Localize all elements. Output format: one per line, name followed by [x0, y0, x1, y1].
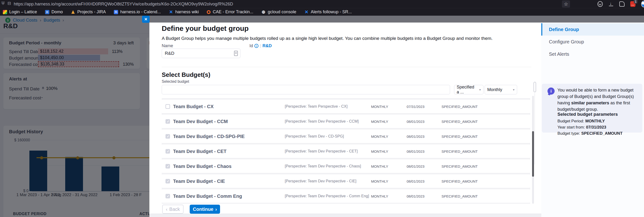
budget-period-dropdown[interactable]: Monthly ▾: [485, 85, 517, 94]
budget-type-dropdown[interactable]: Specified a ... ▾: [454, 85, 484, 94]
budget-row[interactable]: Team Dev Budget - Comm Eng [Perspective:…: [162, 189, 530, 203]
budget-checkbox[interactable]: [166, 179, 170, 183]
clipped-row: [162, 96, 530, 98]
name-label: Name: [162, 44, 173, 48]
budget-perspective: [Perspective: Team Dev Perspective - Com…: [285, 194, 369, 198]
pocket-icon[interactable]: [598, 2, 603, 7]
bookmark-item[interactable]: ⊕ gcloud console: [261, 10, 296, 14]
text-field-icon: [234, 51, 238, 56]
budget-row[interactable]: Team Dev Budget - CIE [Perspective: Team…: [162, 174, 530, 188]
budget-list: Team Budget - CX [Perspective: Team Pers…: [162, 96, 530, 204]
back-button[interactable]: ‹ Back: [162, 205, 184, 214]
bookmark-favicon: ✕: [169, 10, 173, 14]
budget-period: MONTHLY: [371, 179, 388, 183]
browser-toolbar: ⛨ ⊟ https://app.harness.io/ng/account/wF…: [0, 0, 644, 8]
budget-period: MONTHLY: [371, 119, 388, 123]
bookmarks-bar: Login – Lattice D Domo Projects - JIRA 3…: [0, 8, 644, 16]
budget-period: MONTHLY: [371, 194, 388, 198]
budget-name: Team Dev Budget - CCM: [173, 118, 228, 124]
chevron-down-icon: ▾: [513, 88, 514, 92]
bookmark-item[interactable]: ✕ Alerts followup - SR...: [304, 10, 352, 14]
param-line: Budget Period:MONTHLY: [558, 119, 605, 124]
screen: ⛨ ⊟ https://app.harness.io/ng/account/wF…: [0, 0, 644, 217]
budget-row[interactable]: Team Dev Budget - CET [Perspective: Team…: [162, 144, 530, 158]
budget-row[interactable]: Team Dev Budget - CCM [Perspective: Team…: [162, 114, 530, 128]
budget-start-date: 08/01/2023: [407, 134, 424, 138]
modal-scrollbar-thumb[interactable]: [534, 82, 536, 92]
bookmark-favicon: D: [45, 10, 49, 14]
budget-checkbox[interactable]: [166, 134, 170, 138]
modal-scrollbar-track[interactable]: [534, 93, 535, 164]
param-line: Budget type:SPECIFIED_AMOUNT: [558, 131, 622, 136]
budget-name: Team Dev Budget - CD-SPG-PIE: [173, 134, 245, 139]
budget-name: Team Dev Budget - Chaos: [173, 164, 232, 169]
bookmark-item[interactable]: 31 harness.io - Calend...: [114, 10, 161, 14]
modal-description: A Budget Group helps you manage multiple…: [162, 36, 492, 41]
modal-title: Define your budget group: [162, 24, 249, 32]
budget-perspective: [Perspective: Team Perspective - CX]: [285, 104, 348, 108]
info-text: You would be able to form a new budget g…: [558, 87, 638, 113]
budget-perspective: [Perspective: Team Dev Perspective - CCM…: [285, 119, 359, 124]
budget-checkbox[interactable]: [166, 104, 170, 108]
wizard-step-configure-group[interactable]: Configure Group: [541, 36, 644, 48]
continue-button[interactable]: Continue ›: [190, 205, 220, 214]
extension-badge: 1: [634, 0, 637, 4]
budget-name: Team Budget - CX: [173, 104, 214, 109]
budget-perspective: [Perspective: Team Dev Perspective - CIE…: [285, 179, 356, 183]
profile-avatar-icon[interactable]: [641, 2, 644, 7]
budget-start-date: 08/01/2023: [407, 179, 424, 183]
budget-name: Team Dev Budget - Comm Eng: [173, 193, 242, 199]
info-bubble-icon: i: [548, 88, 554, 95]
info-panel: i You would be able to form a new budget…: [542, 84, 642, 132]
budget-start-date: 08/01/2023: [407, 164, 424, 168]
bookmark-favicon: [207, 10, 210, 14]
info-icon[interactable]: i: [254, 44, 258, 48]
bookmark-item[interactable]: Projects - JIRA: [71, 10, 106, 14]
budget-type: SPECIFIED_AMOUNT: [442, 104, 478, 108]
bookmark-star-icon[interactable]: ☆: [562, 0, 570, 8]
budget-row[interactable]: Team Dev Budget - CD-SPG-PIE [Perspectiv…: [162, 130, 530, 143]
chevron-down-icon: ▾: [479, 88, 481, 92]
budget-type: SPECIFIED_AMOUNT: [442, 179, 478, 183]
reader-mode-icon[interactable]: ⊟: [8, 1, 11, 6]
budget-type: SPECIFIED_AMOUNT: [442, 119, 478, 123]
budget-row[interactable]: Team Budget - CX [Perspective: Team Pers…: [162, 100, 530, 113]
shield-icon[interactable]: ⛨: [2, 1, 5, 6]
wizard-step-define-group[interactable]: Define Group: [541, 23, 644, 36]
selected-budget-input[interactable]: [162, 85, 450, 94]
list-scrollbar-thumb[interactable]: [532, 131, 534, 177]
adblock-extension-icon[interactable]: ⋯ 1: [630, 2, 636, 7]
wizard-step-set-alerts[interactable]: Set Alerts: [541, 48, 644, 60]
budget-start-date: 08/01/2023: [407, 194, 424, 198]
budget-period: MONTHLY: [371, 134, 388, 138]
wizard-sidebar: Define Group Configure Group Set Alerts …: [541, 22, 644, 217]
name-input[interactable]: R&D: [162, 48, 240, 58]
budget-checkbox[interactable]: [166, 149, 170, 154]
download-icon[interactable]: [608, 2, 614, 7]
budget-perspective: [Perspective: Team Dev Perspective - CET…: [285, 149, 358, 154]
budget-type: SPECIFIED_AMOUNT: [442, 134, 478, 138]
budget-perspective: [Perspective: Team Dev Perspective - Cha…: [285, 164, 361, 168]
selected-budget-label: Selected budget: [162, 80, 189, 84]
bookmark-favicon: ✕: [304, 10, 308, 14]
budget-row[interactable]: Team Dev Budget - Chaos [Perspective: Te…: [162, 159, 530, 173]
budget-name: Team Dev Budget - CIE: [173, 178, 225, 184]
url-bar[interactable]: https://app.harness.io/ng/account/wFHXHD…: [14, 2, 233, 7]
bookmark-item[interactable]: CAE - Error Trackin...: [207, 10, 253, 14]
extension-icon[interactable]: [619, 2, 624, 7]
budget-period: MONTHLY: [371, 104, 388, 108]
select-budgets-title: Select Budget(s): [162, 71, 210, 78]
budget-perspective: [Perspective: Team Dev - CD-SPG]: [285, 134, 344, 138]
bookmark-item[interactable]: Login – Lattice: [3, 10, 37, 14]
budget-type: SPECIFIED_AMOUNT: [442, 194, 478, 198]
budget-checkbox[interactable]: [166, 119, 170, 124]
id-value: R&D: [262, 44, 272, 48]
budget-checkbox[interactable]: [166, 194, 170, 198]
bookmark-item[interactable]: D Domo: [45, 10, 63, 14]
budget-checkbox[interactable]: [166, 164, 170, 168]
bookmark-favicon: [3, 10, 7, 14]
close-icon[interactable]: ✕: [142, 16, 150, 23]
param-line: Year start from:07/31/2023: [558, 125, 606, 130]
budget-group-modal: Define your budget group A Budget Group …: [150, 22, 541, 217]
bookmark-item[interactable]: ✕ harness wiki: [169, 10, 199, 14]
